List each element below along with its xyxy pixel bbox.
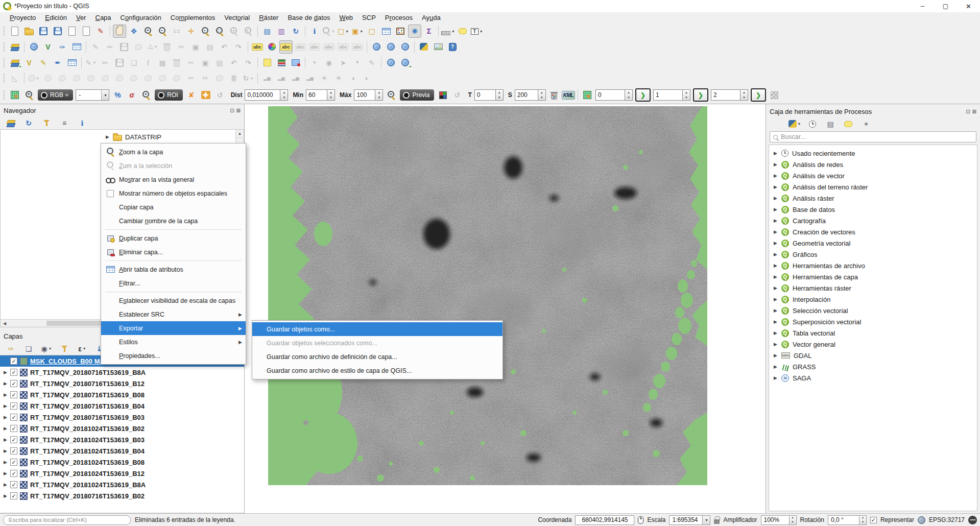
layer-visibility-checkbox[interactable]: ✓: [10, 357, 17, 365]
scale-dropdown-icon[interactable]: ▼: [703, 515, 710, 525]
menu-scp[interactable]: SCP: [357, 12, 380, 23]
deselect-features-icon[interactable]: ▢: [365, 25, 378, 38]
scp-sigma-stretch-icon[interactable]: σ: [125, 88, 138, 102]
zoom-out-icon[interactable]: −: [156, 25, 169, 38]
layer-styling-icon[interactable]: [275, 56, 288, 69]
toolbox-group-herramientas-de-archivo[interactable]: ▶Herramientas de archivo: [769, 260, 977, 271]
save-project-as-icon[interactable]: [51, 25, 64, 38]
paste-features-icon[interactable]: ▤: [203, 40, 217, 54]
new-map-view-icon[interactable]: [289, 56, 302, 69]
expander-icon[interactable]: ▶: [773, 184, 778, 189]
globe-plugin-icon[interactable]: [384, 56, 397, 69]
scp-preview-chip[interactable]: Previa: [400, 89, 434, 101]
minimize-button[interactable]: ─: [911, 0, 934, 12]
browser-add-layers-icon[interactable]: [4, 116, 17, 130]
context-menu-item-copiar-capa[interactable]: Copiar capa: [101, 200, 246, 214]
copy-2-icon[interactable]: ▣: [199, 56, 212, 69]
toolbox-group-creación-de-vectores[interactable]: ▶Creación de vectores: [769, 226, 977, 237]
cut-features-icon[interactable]: ✂: [175, 40, 188, 54]
add-mesh-layer-icon[interactable]: ✑: [56, 40, 69, 54]
context-menu-item-zum-a-la-selección[interactable]: Zum a la selección: [101, 159, 246, 173]
scp-mosaic-icon[interactable]: [768, 88, 781, 102]
menu-procesos[interactable]: Procesos: [380, 12, 417, 23]
move-feature-icon[interactable]: ▼: [27, 71, 40, 85]
digitize-pen-icon[interactable]: ✏: [103, 40, 116, 54]
undo-2-icon[interactable]: ↶: [227, 56, 241, 69]
new-print-layout-icon[interactable]: [65, 25, 79, 38]
toolbox-group-usado-recientemente[interactable]: ▶Usado recientemente: [769, 148, 977, 159]
local-histogram-stretch-icon[interactable]: ▂▅: [260, 71, 274, 85]
scp-go-0-button[interactable]: ❯: [635, 88, 651, 102]
map-canvas[interactable]: [245, 105, 766, 513]
processing-toolbox-toggle-icon[interactable]: ✺: [408, 25, 421, 38]
scale-combo[interactable]: 1:695354 ▼: [669, 515, 710, 525]
map-tips-icon[interactable]: [456, 25, 469, 38]
layer-row[interactable]: ▶✓RT_T17MQV_20181024T153619_B04: [0, 445, 244, 457]
scp-rgb-squares-icon[interactable]: [436, 88, 449, 102]
toolbox-group-herramientas-ráster[interactable]: ▶Herramientas ráster: [769, 282, 977, 294]
toolbox-history-icon[interactable]: [806, 117, 819, 131]
scp-undo-icon[interactable]: ↺: [213, 88, 227, 102]
expander-icon[interactable]: ▶: [773, 274, 778, 279]
context-menu-item-eliminar-capa[interactable]: Eliminar capa...: [101, 245, 246, 259]
save-project-icon[interactable]: [37, 25, 50, 38]
python-console-icon[interactable]: [417, 40, 431, 54]
toolbox-group-interpolación[interactable]: ▶Interpolación: [769, 294, 977, 305]
toolbox-options-icon[interactable]: ✦: [859, 117, 873, 131]
scp-rgb-select[interactable]: -▼: [76, 89, 109, 101]
zoom-to-selection-icon[interactable]: ▪: [199, 25, 212, 38]
rotate-symbols-icon[interactable]: ↻▼: [242, 71, 255, 85]
toolbox-group-grass[interactable]: ▶GRASS: [769, 361, 977, 372]
toolbox-undock-icon[interactable]: ⊡: [966, 109, 970, 114]
rotate-feature-icon[interactable]: [56, 71, 69, 85]
new-shapefile-icon[interactable]: V: [22, 56, 36, 69]
toolbox-feedback-icon[interactable]: [842, 117, 855, 131]
preview-mode-icon[interactable]: ◉: [322, 56, 336, 69]
scp-roi-chip[interactable]: ROI: [155, 89, 182, 101]
layer-visibility-checkbox[interactable]: ✓: [10, 425, 17, 432]
toolbox-search-input[interactable]: Buscar...: [770, 131, 976, 142]
data-source-manager-icon[interactable]: [8, 40, 21, 54]
rollback-edits-icon[interactable]: ❏: [127, 56, 140, 69]
expander-icon[interactable]: ▶: [773, 162, 778, 167]
layer-row[interactable]: ▶✓RT_T17MQV_20180716T153619_B04: [0, 400, 244, 412]
filter-expression-icon[interactable]: ε▼: [76, 342, 89, 355]
expander-icon[interactable]: ▶: [105, 134, 110, 139]
pan-to-selection-icon[interactable]: ✥: [127, 25, 140, 38]
scp-rgb-chip[interactable]: RGB =: [38, 89, 73, 101]
statistical-summary-icon[interactable]: Σ: [422, 25, 436, 38]
context-menu-item-establecer-src[interactable]: Establecer SRC▶: [101, 307, 246, 321]
context-menu-item-mostrar-en-la-vista-general[interactable]: Mostrar en la vista general: [101, 173, 246, 186]
layer-visibility-checkbox[interactable]: ✓: [10, 391, 17, 398]
context-menu-item-propiedades[interactable]: Propiedades...: [101, 349, 246, 363]
expander-icon[interactable]: ▶: [773, 151, 778, 156]
crs-globe-icon[interactable]: [918, 516, 925, 524]
save-all-edits-icon[interactable]: [113, 56, 126, 69]
zoom-full-extent-icon[interactable]: ✛: [184, 25, 198, 38]
context-menu-item-cambiar-nombre-de-la-capa[interactable]: Cambiar nombre de la capa: [101, 214, 246, 228]
scp-s-input[interactable]: 200▲▼: [515, 89, 546, 101]
scp-t-input[interactable]: 0▲▼: [474, 89, 504, 101]
layer-visibility-checkbox[interactable]: ✓: [10, 414, 17, 421]
toolbox-group-gdal[interactable]: ▶GDAL: [769, 350, 977, 361]
show-labels-toggle-icon[interactable]: abc: [279, 40, 293, 54]
browser-undock-icon[interactable]: ⊡: [230, 108, 234, 113]
scp-band1-input[interactable]: 1▲▼: [653, 89, 690, 101]
measure-line-icon[interactable]: ▼: [441, 25, 455, 38]
expander-icon[interactable]: ▶: [3, 482, 8, 487]
scp-percent-stretch-icon[interactable]: %: [111, 88, 124, 102]
redo-2-icon[interactable]: ↷: [242, 56, 255, 69]
vertex-tool-icon[interactable]: ∴▼: [146, 40, 159, 54]
fill-ring-icon[interactable]: [113, 71, 126, 85]
metasearch-icon[interactable]: [370, 40, 383, 54]
scp-bandset-icon[interactable]: [8, 88, 21, 102]
cad-tools-icon[interactable]: ◺: [8, 71, 21, 85]
allow-edits-icon[interactable]: ✏: [99, 56, 112, 69]
simplify-feature-icon[interactable]: [70, 71, 83, 85]
rotate-label-icon[interactable]: abc: [337, 40, 350, 54]
dot-tool-icon[interactable]: ●: [308, 56, 321, 69]
image-analysis-icon[interactable]: [432, 40, 445, 54]
context-menu-item-establecer-visibilidad-de-escala-de-capas[interactable]: Establecer visibilidad de escala de capa…: [101, 294, 246, 307]
merge-features-icon[interactable]: [213, 71, 226, 85]
toolbox-group-análisis-ráster[interactable]: ▶Análisis ráster: [769, 193, 977, 204]
